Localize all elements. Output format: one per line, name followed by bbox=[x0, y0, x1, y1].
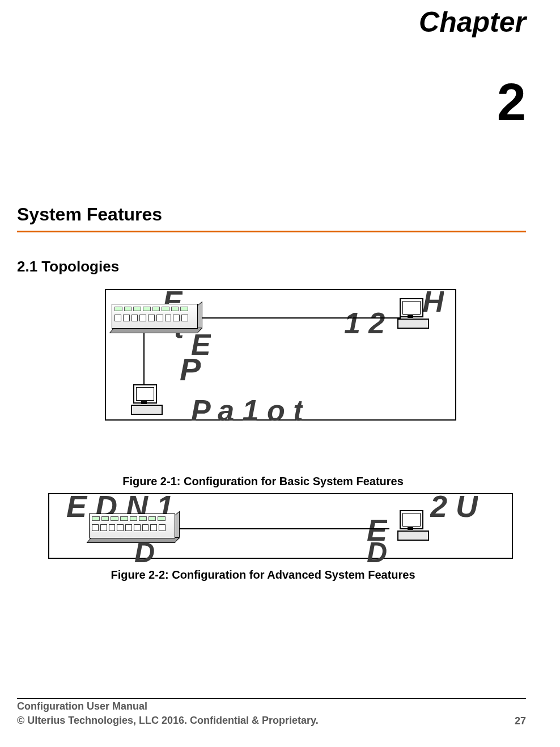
section-title: System Features bbox=[17, 204, 162, 225]
wire bbox=[180, 528, 389, 529]
computer-icon bbox=[397, 298, 427, 328]
page-number: 27 bbox=[515, 715, 526, 727]
figure-2-2: E D N 1 2 U P E D D bbox=[48, 493, 513, 559]
chapter-label: Chapter bbox=[419, 6, 526, 39]
subsection-title: 2.1 Topologies bbox=[17, 258, 119, 275]
footer: Configuration User Manual © Ulterius Tec… bbox=[17, 699, 526, 727]
bg-text-fragment: 2 U bbox=[430, 491, 478, 521]
figure-2-1-caption: Figure 2-1: Configuration for Basic Syst… bbox=[0, 475, 526, 488]
footer-doc-title: Configuration User Manual bbox=[17, 699, 319, 713]
bg-text-fragment: P a 1 o t bbox=[191, 396, 303, 425]
chapter-number: 2 bbox=[497, 73, 526, 132]
wire bbox=[202, 317, 401, 319]
bg-text-fragment: D bbox=[367, 538, 387, 567]
footer-rule bbox=[17, 698, 526, 699]
computer-icon bbox=[397, 510, 427, 540]
computer-icon bbox=[131, 384, 160, 414]
bg-text-fragment: 1 2 bbox=[344, 308, 385, 338]
switch-icon bbox=[89, 513, 180, 543]
figure-2-1: E H t 1 2 E P P a 1 o t bbox=[105, 289, 456, 421]
figure-2-2-caption: Figure 2-2: Configuration for Advanced S… bbox=[0, 568, 526, 582]
page: Chapter 2 System Features 2.1 Topologies… bbox=[0, 0, 560, 747]
bg-text-fragment: P bbox=[180, 354, 201, 385]
footer-copyright: © Ulterius Technologies, LLC 2016. Confi… bbox=[17, 714, 319, 727]
switch-icon bbox=[112, 304, 202, 333]
section-rule bbox=[17, 231, 526, 232]
